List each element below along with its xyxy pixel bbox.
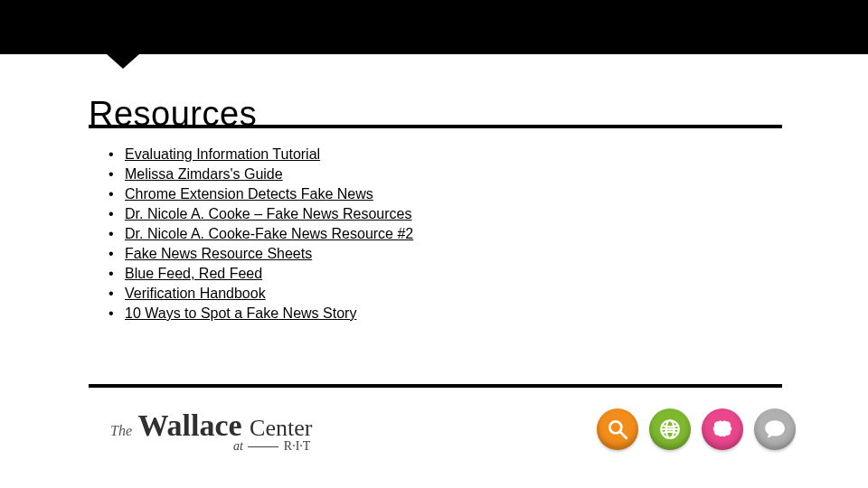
bottom-rule xyxy=(89,384,782,388)
logo-center: Center xyxy=(250,415,312,441)
resource-link[interactable]: Melissa Zimdars's Guide xyxy=(125,164,283,184)
bullet: • xyxy=(108,184,125,204)
bullet: • xyxy=(108,244,125,264)
logo-line xyxy=(248,446,278,447)
logo-rit: R·I·T xyxy=(284,439,311,453)
resource-link[interactable]: Blue Feed, Red Feed xyxy=(125,264,262,284)
resource-link[interactable]: 10 Ways to Spot a Fake News Story xyxy=(125,304,356,324)
resource-link[interactable]: Evaluating Information Tutorial xyxy=(125,145,320,164)
bullet: • xyxy=(108,264,125,284)
resource-list: •Evaluating Information Tutorial •Meliss… xyxy=(108,145,413,324)
list-item: •Fake News Resource Sheets xyxy=(108,244,413,264)
footer-icons xyxy=(597,408,796,450)
logo-the: The xyxy=(110,423,132,438)
bullet: • xyxy=(108,145,125,164)
search-icon xyxy=(597,408,638,450)
title-underline xyxy=(89,125,782,128)
top-bar-notch xyxy=(107,54,139,69)
list-item: •10 Ways to Spot a Fake News Story xyxy=(108,304,413,324)
footer: The Wallace Center at R·I·T xyxy=(0,401,868,465)
svg-line-1 xyxy=(620,432,627,438)
bullet: • xyxy=(108,164,125,184)
resource-link[interactable]: Fake News Resource Sheets xyxy=(125,244,312,264)
resource-link[interactable]: Dr. Nicole A. Cooke – Fake News Resource… xyxy=(125,204,411,224)
brain-icon xyxy=(702,408,743,450)
bullet: • xyxy=(108,304,125,324)
wallace-center-logo: The Wallace Center at R·I·T xyxy=(110,408,312,454)
resource-link[interactable]: Dr. Nicole A. Cooke-Fake News Resource #… xyxy=(125,224,413,244)
list-item: •Chrome Extension Detects Fake News xyxy=(108,184,413,204)
bullet: • xyxy=(108,284,125,304)
list-item: •Dr. Nicole A. Cooke – Fake News Resourc… xyxy=(108,204,413,224)
top-bar xyxy=(0,0,868,54)
bullet: • xyxy=(108,224,125,244)
list-item: •Blue Feed, Red Feed xyxy=(108,264,413,284)
resource-link[interactable]: Verification Handbook xyxy=(125,284,266,304)
slide-title: Resources xyxy=(89,95,257,134)
resource-link[interactable]: Chrome Extension Detects Fake News xyxy=(125,184,373,204)
chat-icon xyxy=(754,408,796,450)
logo-at: at xyxy=(233,439,243,453)
list-item: •Dr. Nicole A. Cooke-Fake News Resource … xyxy=(108,224,413,244)
list-item: •Verification Handbook xyxy=(108,284,413,304)
list-item: •Evaluating Information Tutorial xyxy=(108,145,413,164)
globe-icon xyxy=(649,408,691,450)
bullet: • xyxy=(108,204,125,224)
logo-wallace: Wallace xyxy=(137,408,241,442)
list-item: •Melissa Zimdars's Guide xyxy=(108,164,413,184)
